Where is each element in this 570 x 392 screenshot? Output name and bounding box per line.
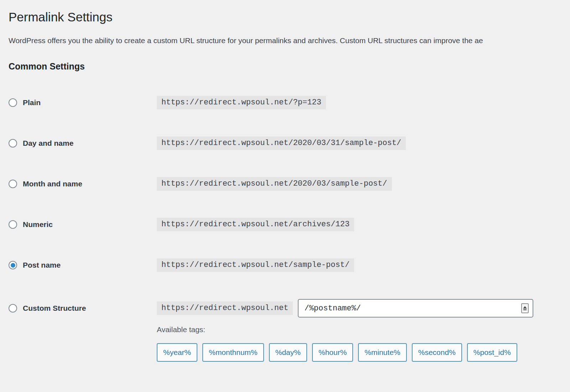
option-label-month-name[interactable]: Month and name — [23, 177, 82, 191]
form-fill-icon[interactable] — [521, 303, 529, 313]
radio-month-name[interactable] — [9, 180, 17, 188]
example-url-post-name: https://redirect.wpsoul.net/sample-post/ — [157, 258, 354, 272]
tag-button-hour[interactable]: %hour% — [312, 343, 353, 362]
tag-button-monthnum[interactable]: %monthnum% — [202, 343, 264, 362]
available-tags-label: Available tags: — [157, 325, 533, 334]
radio-post-name[interactable] — [9, 261, 17, 269]
radio-plain[interactable] — [9, 98, 17, 107]
option-label-col: Custom Structure — [9, 301, 157, 315]
custom-structure-input-wrap — [298, 299, 533, 318]
option-label-post-name[interactable]: Post name — [23, 258, 61, 272]
custom-structure-content: https://redirect.wpsoul.net Available ta… — [157, 299, 533, 362]
tag-button-second[interactable]: %second% — [412, 343, 462, 362]
custom-structure-prefix: https://redirect.wpsoul.net — [157, 301, 293, 315]
permalink-settings-page: Permalink Settings WordPress offers you … — [0, 0, 570, 362]
tag-button-post-id[interactable]: %post_id% — [467, 343, 517, 362]
custom-structure-line: https://redirect.wpsoul.net — [157, 299, 533, 318]
common-settings-table: Plain https://redirect.wpsoul.net/?p=123… — [9, 96, 570, 362]
tag-button-minute[interactable]: %minute% — [358, 343, 406, 362]
option-row-post-name: Post name https://redirect.wpsoul.net/sa… — [9, 258, 570, 272]
radio-day-name[interactable] — [9, 139, 17, 148]
option-row-day-name: Day and name https://redirect.wpsoul.net… — [9, 136, 570, 150]
option-label-numeric[interactable]: Numeric — [23, 218, 53, 231]
available-tags-row: %year% %monthnum% %day% %hour% %minute% … — [157, 343, 533, 362]
example-url-plain: https://redirect.wpsoul.net/?p=123 — [157, 96, 326, 109]
option-label-col: Numeric — [9, 218, 157, 231]
tag-button-year[interactable]: %year% — [157, 343, 197, 362]
radio-custom-structure[interactable] — [9, 304, 17, 313]
tag-button-day[interactable]: %day% — [269, 343, 307, 362]
option-row-numeric: Numeric https://redirect.wpsoul.net/arch… — [9, 218, 570, 231]
option-row-plain: Plain https://redirect.wpsoul.net/?p=123 — [9, 96, 570, 109]
option-label-plain[interactable]: Plain — [23, 96, 41, 109]
option-label-custom-structure[interactable]: Custom Structure — [23, 301, 86, 315]
option-label-day-name[interactable]: Day and name — [23, 136, 73, 150]
page-title: Permalink Settings — [9, 9, 570, 25]
common-settings-heading: Common Settings — [9, 61, 570, 72]
example-url-numeric: https://redirect.wpsoul.net/archives/123 — [157, 218, 354, 231]
option-label-col: Plain — [9, 96, 157, 109]
option-label-col: Post name — [9, 258, 157, 272]
radio-numeric[interactable] — [9, 220, 17, 229]
custom-structure-input[interactable] — [298, 299, 533, 318]
option-label-col: Day and name — [9, 136, 157, 150]
example-url-day-name: https://redirect.wpsoul.net/2020/03/31/s… — [157, 136, 406, 150]
intro-text: WordPress offers you the ability to crea… — [9, 36, 570, 46]
option-row-custom-structure: Custom Structure https://redirect.wpsoul… — [9, 299, 570, 362]
example-url-month-name: https://redirect.wpsoul.net/2020/03/samp… — [157, 177, 392, 191]
option-row-month-name: Month and name https://redirect.wpsoul.n… — [9, 177, 570, 191]
option-label-col: Month and name — [9, 177, 157, 191]
